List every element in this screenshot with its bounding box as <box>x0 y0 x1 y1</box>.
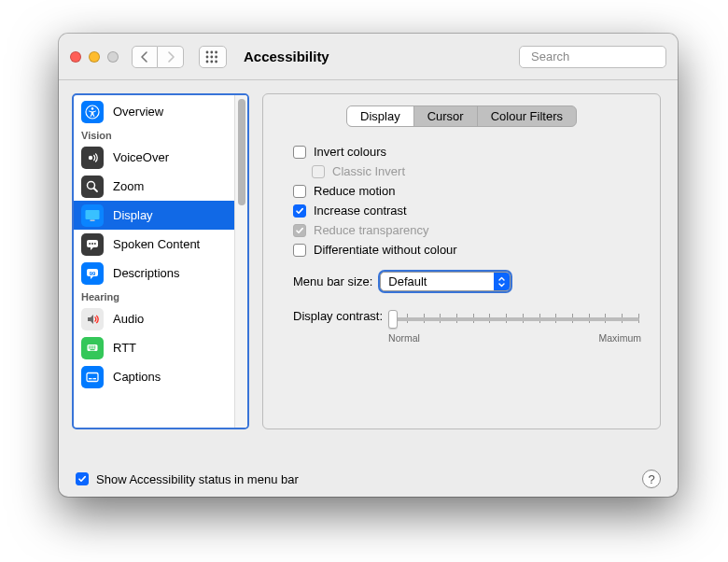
spoken-content-icon <box>81 233 104 256</box>
close-window-button[interactable] <box>70 51 81 63</box>
rtt-icon <box>81 337 104 359</box>
svg-point-19 <box>89 243 91 245</box>
svg-point-13 <box>89 155 92 159</box>
back-button[interactable] <box>132 46 158 68</box>
minimize-window-button[interactable] <box>89 51 100 63</box>
sidebar-category-hearing: Hearing <box>74 288 234 304</box>
sidebar-item-label: RTT <box>113 341 136 355</box>
show-status-checkbox[interactable] <box>76 472 89 485</box>
sidebar-item-label: Descriptions <box>113 266 180 280</box>
menu-bar-size-label: Menu bar size: <box>293 274 372 288</box>
svg-point-20 <box>91 243 93 245</box>
slider-max-label: Maximum <box>598 332 641 344</box>
settings-panel: Display Cursor Colour Filters Invert col… <box>262 93 661 429</box>
help-button[interactable]: ? <box>642 470 661 488</box>
sidebar-item-label: Spoken Content <box>113 237 200 251</box>
display-contrast-label: Display contrast: <box>293 304 383 323</box>
show-status-label: Show Accessibility status in menu bar <box>96 472 299 486</box>
reduce-motion-checkbox[interactable] <box>293 185 306 198</box>
accessibility-window: Accessibility Overview Vision <box>59 34 678 497</box>
svg-point-21 <box>94 243 96 245</box>
search-input[interactable] <box>529 49 678 64</box>
svg-rect-17 <box>91 219 95 220</box>
zoom-window-button[interactable] <box>107 51 119 63</box>
sidebar-item-label: Zoom <box>113 179 144 193</box>
svg-point-5 <box>215 55 217 58</box>
svg-point-7 <box>210 60 213 63</box>
sidebar-item-zoom[interactable]: Zoom <box>74 172 234 201</box>
svg-rect-27 <box>92 345 93 346</box>
differentiate-checkbox[interactable] <box>293 244 306 257</box>
invert-colours-checkbox[interactable] <box>293 146 306 159</box>
scrollbar-thumb[interactable] <box>238 99 245 205</box>
tab-cursor[interactable]: Cursor <box>414 106 478 126</box>
increase-contrast-label: Increase contrast <box>314 203 407 219</box>
sidebar-scrollbar[interactable] <box>234 95 247 428</box>
tab-display[interactable]: Display <box>347 106 414 126</box>
sidebar-list: Overview Vision VoiceOver Zoom <box>74 95 234 428</box>
slider-min-label: Normal <box>388 332 420 344</box>
forward-button[interactable] <box>158 46 184 68</box>
sidebar-item-rtt[interactable]: RTT <box>74 333 234 362</box>
sidebar-category-vision: Vision <box>74 126 234 143</box>
reduce-motion-row[interactable]: Reduce motion <box>293 183 641 200</box>
slider-knob[interactable] <box>388 310 398 329</box>
tab-colour-filters[interactable]: Colour Filters <box>478 106 576 126</box>
classic-invert-label: Classic Invert <box>332 163 405 180</box>
increase-contrast-row[interactable]: Increase contrast <box>293 203 641 219</box>
increase-contrast-checkbox[interactable] <box>293 204 306 218</box>
content-area: Overview Vision VoiceOver Zoom <box>59 80 678 461</box>
svg-rect-32 <box>94 347 95 348</box>
sidebar-item-display[interactable]: Display <box>74 201 234 230</box>
svg-rect-31 <box>92 347 93 348</box>
search-field[interactable] <box>519 46 666 68</box>
menu-bar-size-row: Menu bar size: Default <box>293 272 641 291</box>
differentiate-row[interactable]: Differentiate without colour <box>293 242 641 259</box>
descriptions-icon: 99 <box>81 262 104 285</box>
svg-rect-34 <box>87 372 98 381</box>
svg-point-2 <box>215 50 217 53</box>
invert-colours-row[interactable]: Invert colours <box>293 144 641 161</box>
window-controls <box>70 51 119 63</box>
sidebar-item-label: Audio <box>113 312 144 326</box>
reduce-transparency-checkbox <box>293 224 306 237</box>
svg-text:99: 99 <box>90 270 96 275</box>
menu-bar-size-value: Default <box>388 274 427 288</box>
svg-point-12 <box>91 107 94 110</box>
sidebar-item-overview[interactable]: Overview <box>74 97 234 126</box>
svg-rect-16 <box>86 210 100 219</box>
display-icon <box>81 204 104 227</box>
svg-point-8 <box>215 60 217 63</box>
classic-invert-row: Classic Invert <box>312 163 641 180</box>
sidebar-item-descriptions[interactable]: 99 Descriptions <box>74 259 234 288</box>
svg-rect-28 <box>94 345 95 346</box>
svg-point-3 <box>206 55 209 58</box>
sidebar-item-voiceover[interactable]: VoiceOver <box>74 143 234 172</box>
zoom-icon <box>81 176 104 198</box>
show-all-button[interactable] <box>199 46 227 68</box>
svg-rect-35 <box>89 378 92 379</box>
reduce-transparency-row: Reduce transparency <box>293 222 641 239</box>
tab-bar: Display Cursor Colour Filters <box>282 105 641 127</box>
svg-rect-36 <box>93 378 97 379</box>
sidebar-item-spoken-content[interactable]: Spoken Content <box>74 230 234 259</box>
menu-bar-size-select[interactable]: Default <box>380 272 511 291</box>
svg-rect-29 <box>89 347 90 348</box>
svg-rect-30 <box>91 347 91 348</box>
svg-line-15 <box>94 188 98 191</box>
svg-rect-26 <box>91 345 91 346</box>
voiceover-icon <box>81 147 104 169</box>
display-contrast-slider[interactable] <box>388 308 641 330</box>
reduce-transparency-label: Reduce transparency <box>314 222 429 239</box>
page-title: Accessibility <box>244 49 329 64</box>
display-contrast-row: Display contrast: Normal Maximum <box>293 304 641 344</box>
captions-icon <box>81 366 104 388</box>
accessibility-icon <box>81 101 104 123</box>
titlebar: Accessibility <box>59 34 678 80</box>
svg-rect-33 <box>91 349 95 350</box>
sidebar-item-audio[interactable]: Audio <box>74 304 234 333</box>
differentiate-label: Differentiate without colour <box>314 242 457 259</box>
invert-colours-label: Invert colours <box>314 144 386 161</box>
sidebar-item-label: VoiceOver <box>113 150 169 164</box>
sidebar-item-captions[interactable]: Captions <box>74 362 234 391</box>
